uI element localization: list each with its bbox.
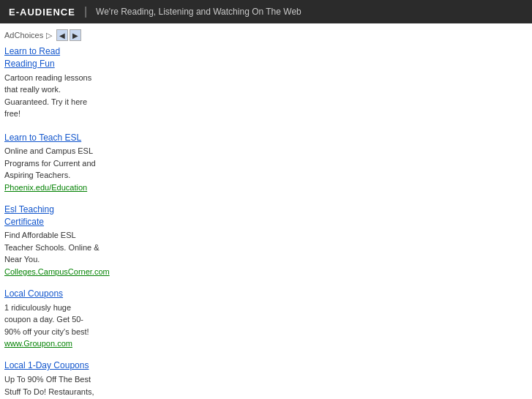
ad-choices-label: AdChoices (4, 31, 43, 40)
header-tagline: We're Reading, Listening and Watching On… (96, 7, 301, 17)
ad-description-5: Up To 90% Off The Best Stuff To Do! Rest… (4, 373, 100, 399)
ad-item-4: Local Coupons 1 ridiculously huge coupon… (4, 288, 528, 348)
ad-item-1: Learn to Read Reading Fun Cartoon readin… (4, 45, 528, 120)
prev-arrow[interactable]: ◀ (56, 29, 68, 41)
ad-item-2: Learn to Teach ESL Online and Campus ESL… (4, 132, 528, 192)
ad-item-5: Local 1-Day Coupons Up To 90% Off The Be… (4, 359, 528, 399)
ad-description-1: Cartoon reading lessons that really work… (4, 72, 100, 120)
ad-description-4: 1 ridiculously huge coupon a day. Get 50… (4, 302, 100, 338)
header-divider: | (84, 5, 87, 18)
ad-description-2: Online and Campus ESL Programs for Curre… (4, 145, 100, 182)
ad-url-3[interactable]: Colleges.CampusCorner.com (4, 267, 528, 276)
site-logo: E-AUDIENCE (9, 7, 75, 18)
ad-title-3[interactable]: Esl Teaching Certificate (4, 204, 528, 228)
ad-choices-icon: ▷ (46, 31, 52, 40)
ad-url-4[interactable]: www.Groupon.com (4, 339, 528, 348)
ad-title-4[interactable]: Local Coupons (4, 288, 528, 300)
content-area: AdChoices ▷ ◀ ▶ Learn to Read Reading Fu… (0, 23, 532, 399)
ad-title-1[interactable]: Learn to Read Reading Fun (4, 45, 528, 70)
ad-url-2[interactable]: Phoenix.edu/Education (4, 183, 528, 192)
ad-description-3: Find Affordable ESL Teacher Schools. Onl… (4, 229, 100, 266)
ad-title-5[interactable]: Local 1-Day Coupons (4, 359, 528, 372)
ad-choices-row: AdChoices ▷ ◀ ▶ (4, 29, 528, 41)
ad-item-3: Esl Teaching Certificate Find Affordable… (4, 204, 528, 276)
nav-arrows: ◀ ▶ (56, 29, 81, 41)
next-arrow[interactable]: ▶ (70, 29, 81, 41)
header: E-AUDIENCE | We're Reading, Listening an… (0, 0, 532, 23)
ad-title-2[interactable]: Learn to Teach ESL (4, 132, 528, 144)
